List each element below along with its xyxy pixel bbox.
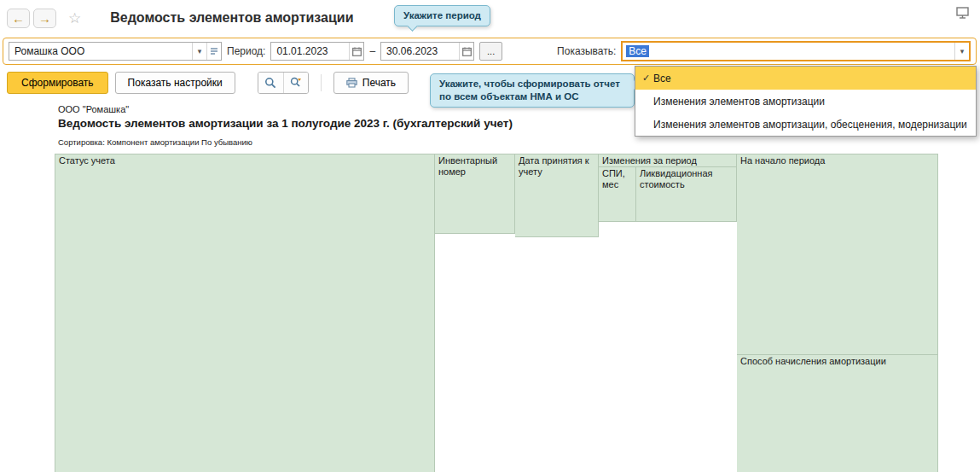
company-value: Ромашка ООО xyxy=(9,45,192,57)
toolbar-separator xyxy=(321,74,322,91)
show-dropdown-list: ✓ВсеИзменения элементов амортизацииИзмен… xyxy=(635,66,977,137)
chevron-down-icon: ▾ xyxy=(960,47,965,55)
search-button-group xyxy=(258,72,309,94)
table-header: Статус учета Тип объекта Способ начислен… xyxy=(9,154,938,472)
print-button[interactable]: Печать xyxy=(333,72,409,94)
report-company: ООО "Ромашка" xyxy=(58,104,129,114)
date-to-value: 30.06.2023 xyxy=(381,45,459,57)
show-combobox[interactable]: Все ▾ xyxy=(621,41,971,61)
ellipsis-icon: ... xyxy=(487,46,495,56)
date-from-field[interactable]: 01.01.2023 xyxy=(270,42,364,61)
choose-list-icon xyxy=(210,47,218,55)
report-title: Ведомость элементов амортизации за 1 пол… xyxy=(58,117,513,130)
report-window: ← → ☆ Ведомость элементов амортизации Ук… xyxy=(0,0,980,472)
header-begin-period: На начало периода xyxy=(737,154,938,355)
calendar-icon xyxy=(352,47,362,56)
header-inventory-number: Инвентарный номер xyxy=(435,154,515,234)
header-depr-method: Способ начисления амортизации xyxy=(737,355,938,472)
show-dropdown-button[interactable]: ▾ xyxy=(954,43,969,60)
header-spi: СПИ, мес xyxy=(599,167,636,222)
header-liquidation: Ликвидационная стоимость xyxy=(636,167,737,222)
search-next-button[interactable] xyxy=(283,73,308,93)
header-status: Статус учета xyxy=(55,154,435,472)
page-title: Ведомость элементов амортизации xyxy=(110,10,353,26)
dropdown-item[interactable]: ✓Все xyxy=(635,67,976,90)
forward-button[interactable]: → xyxy=(33,9,56,28)
dropdown-item-label: Изменения элементов амортизации xyxy=(653,96,825,108)
printer-icon xyxy=(346,78,357,88)
report-sorting: Сортировка: Компонент амортизации По убы… xyxy=(58,137,252,147)
period-more-button[interactable]: ... xyxy=(479,42,502,61)
check-icon: ✓ xyxy=(639,73,653,84)
search-icon xyxy=(264,77,276,89)
date-to-calendar-button[interactable] xyxy=(459,43,473,60)
hint-period-text: Укажите период xyxy=(403,10,481,20)
back-button[interactable]: ← xyxy=(7,9,30,28)
calendar-icon xyxy=(462,47,472,56)
company-choose-button[interactable] xyxy=(206,43,221,60)
hint-show-all-text: Укажите, чтобы сформировать отчет по все… xyxy=(439,79,620,102)
header-changes-period: Изменения за период xyxy=(599,154,737,167)
period-label: Период: xyxy=(227,45,265,57)
forward-arrow-icon: → xyxy=(38,11,51,26)
search-button[interactable] xyxy=(258,73,283,93)
search-next-icon xyxy=(290,77,302,89)
date-to-field[interactable]: 30.06.2023 xyxy=(380,42,474,61)
back-arrow-icon: ← xyxy=(12,11,25,26)
discussions-icon[interactable] xyxy=(956,7,970,20)
chevron-down-icon: ▾ xyxy=(198,47,202,55)
favorite-star-icon[interactable]: ☆ xyxy=(68,9,81,27)
print-label: Печать xyxy=(362,77,396,89)
tree-margin xyxy=(9,154,55,472)
generate-button[interactable]: Сформировать xyxy=(7,72,108,94)
hint-show-all: Укажите, чтобы сформировать отчет по все… xyxy=(430,73,635,108)
header-accept-date: Дата принятия к учету xyxy=(515,154,599,237)
period-dash: – xyxy=(369,45,375,57)
date-from-calendar-button[interactable] xyxy=(349,43,363,60)
report-table: Статус учета Тип объекта Способ начислен… xyxy=(9,154,938,472)
hint-period: Укажите период xyxy=(394,5,490,26)
dropdown-item[interactable]: Изменения элементов амортизации, обесцен… xyxy=(635,113,976,136)
dropdown-item-label: Изменения элементов амортизации, обесцен… xyxy=(653,119,967,131)
company-combobox[interactable]: Ромашка ООО ▾ xyxy=(9,42,222,61)
show-value-selected: Все xyxy=(626,45,649,57)
filter-panel: Ромашка ООО ▾ Период: 01.01.2023 xyxy=(3,38,977,65)
date-from-value: 01.01.2023 xyxy=(271,45,349,57)
dropdown-item[interactable]: Изменения элементов амортизации xyxy=(635,90,976,113)
show-settings-button[interactable]: Показать настройки xyxy=(115,72,235,94)
show-label: Показывать: xyxy=(557,45,616,57)
company-dropdown-button[interactable]: ▾ xyxy=(192,43,206,60)
dropdown-item-label: Все xyxy=(653,73,671,84)
